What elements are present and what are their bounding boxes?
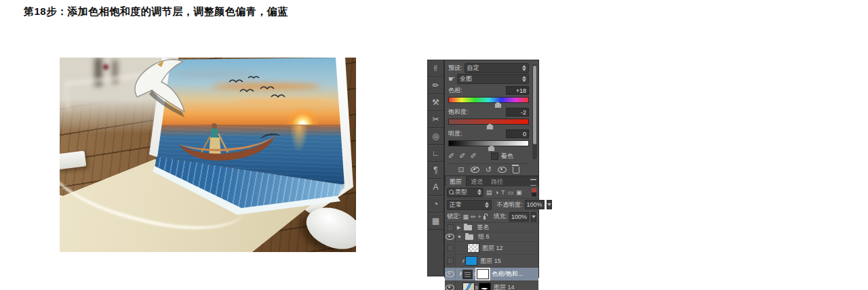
bird-flock (221, 75, 296, 110)
eyedropper-icon[interactable]: ✐ (448, 152, 454, 161)
lock-all-icon[interactable] (484, 216, 486, 220)
filter-smart-icon[interactable]: ▣ (516, 189, 522, 196)
panel-tabs: 图层 通道 路径 (445, 175, 538, 186)
dodge-tool-icon[interactable]: ◎ (428, 128, 443, 145)
layer-row-group6[interactable]: ▼ 组 6 (445, 232, 538, 242)
collapse-triangle-icon[interactable]: ▶ (457, 225, 460, 230)
layer-row-12[interactable]: 图层 12 (445, 242, 538, 255)
lightness-slider[interactable] (448, 140, 529, 146)
layer-row-signature[interactable]: ▶ 签名 (445, 223, 538, 232)
visibility-cell[interactable] (445, 255, 456, 267)
group-folder-icon (464, 225, 472, 230)
clip-to-layer-icon[interactable]: ⊡ (458, 165, 465, 174)
search-icon (449, 190, 454, 194)
hand-tool-icon[interactable]: ✌ (428, 60, 443, 77)
filter-adjustment-icon[interactable]: ◑ (495, 189, 498, 196)
saturation-slider-thumb[interactable] (486, 123, 494, 130)
mask-link-icon[interactable]: 8 (475, 285, 478, 290)
tab-paths[interactable]: 路径 (487, 176, 507, 186)
layer-mask-thumbnail[interactable] (477, 269, 489, 279)
delete-adjustment-icon[interactable] (513, 167, 519, 173)
targeted-adjustment-icon[interactable]: ☛ (448, 75, 455, 83)
lock-pixels-icon[interactable]: ✏ (471, 213, 476, 220)
grid-tool-icon[interactable]: ▦ (428, 213, 443, 230)
visibility-cell[interactable] (445, 281, 456, 290)
filter-type-select[interactable]: 类型 (447, 188, 484, 197)
hue-label: 色相: (448, 86, 462, 95)
filter-shape-icon[interactable]: ▭ (507, 189, 513, 196)
lock-position-icon[interactable]: + (478, 213, 481, 220)
filter-type-label: 类型 (455, 188, 467, 196)
visibility-cell[interactable] (445, 242, 456, 254)
group-folder-open-icon (465, 234, 473, 240)
layer-mask-thumbnail[interactable] (479, 283, 491, 290)
eye-icon[interactable] (446, 234, 454, 240)
expand-triangle-icon[interactable]: ▼ (457, 234, 462, 239)
artwork-image (60, 58, 356, 252)
visibility-cell[interactable] (445, 223, 456, 232)
layer-row-hue-saturation-selected[interactable]: f 8 色相/饱和... (445, 268, 538, 281)
blue-fill-thumbnail[interactable] (465, 256, 477, 266)
blur-shape (103, 64, 108, 70)
saturation-slider[interactable] (448, 119, 529, 125)
tab-channels[interactable]: 通道 (467, 176, 487, 186)
layer-row-14[interactable]: 8 图层 14 (445, 281, 538, 290)
updown-icon (522, 65, 526, 71)
fill-dropdown-icon[interactable] (531, 212, 536, 222)
hue-saturation-properties: 预设: 自定 ☛ 全图 色相: +18 (445, 60, 538, 175)
blend-mode-select[interactable]: 正常 (447, 200, 492, 210)
hue-slider[interactable] (448, 97, 529, 103)
hue-value-input[interactable]: +18 (506, 86, 529, 95)
layer-name: 组 6 (478, 232, 490, 241)
lock-transparent-icon[interactable]: ▦ (463, 213, 469, 220)
tools-strip: ✌ ✏ ⚒ ✂ ◎ ∟ ¶ A ◔ ▦ (427, 60, 444, 276)
image-thumbnail[interactable] (462, 283, 475, 290)
eyedropper-minus-icon[interactable]: ✐ (470, 152, 476, 161)
properties-scrollbar[interactable] (532, 64, 537, 159)
visibility-cell[interactable] (445, 268, 456, 281)
fill-value-input[interactable]: 100% (509, 212, 529, 222)
eye-icon[interactable] (446, 271, 454, 277)
pen-tool-icon[interactable]: ∟ (428, 145, 443, 162)
visibility-checkbox-empty[interactable] (447, 224, 454, 231)
sun-reflection (290, 125, 308, 151)
sponge-tool-icon[interactable]: ◔ (428, 196, 443, 213)
channel-select[interactable]: 全图 (457, 74, 529, 84)
layer-row-15[interactable]: f 图层 15 (445, 255, 538, 268)
panel-main: 预设: 自定 ☛ 全图 色相: +18 (444, 60, 539, 278)
lock-label: 锁定: (447, 212, 461, 221)
lightness-slider-thumb[interactable] (488, 145, 495, 152)
hue-slider-thumb[interactable] (494, 102, 502, 108)
paragraph-tool-icon[interactable]: ¶ (428, 162, 443, 179)
lightness-value-input[interactable]: 0 (506, 129, 529, 138)
visibility-checkbox-empty[interactable] (447, 257, 454, 264)
mask-link-icon[interactable]: 8 (473, 272, 476, 276)
panel-menu-icon[interactable] (530, 179, 536, 186)
eyedropper-plus-icon[interactable]: ✐ (459, 152, 465, 161)
filter-type-icon[interactable]: T (501, 189, 505, 196)
colorize-checkbox[interactable] (491, 152, 498, 160)
lightness-label: 明度: (448, 129, 462, 138)
brush-tool-icon[interactable]: ✏ (428, 77, 443, 94)
eye-icon[interactable] (446, 285, 454, 290)
transparent-thumbnail[interactable] (467, 243, 479, 253)
saturation-value-input[interactable]: -2 (506, 108, 529, 117)
filter-switch-icon[interactable] (532, 188, 536, 196)
preset-label: 预设: (448, 64, 462, 72)
view-previous-state-icon[interactable] (471, 167, 479, 173)
tab-layers[interactable]: 图层 (445, 175, 467, 186)
adjustment-thumbnail[interactable] (462, 270, 473, 279)
opacity-dropdown-icon[interactable] (547, 200, 552, 209)
filter-pixel-icon[interactable]: ▤ (486, 189, 492, 196)
stamp-tool-icon[interactable]: ⚒ (428, 94, 443, 111)
reset-icon[interactable]: ↺ (486, 165, 492, 174)
cut-tool-icon[interactable]: ✂ (428, 111, 443, 128)
visibility-checkbox-empty[interactable] (447, 245, 454, 251)
visibility-cell[interactable] (445, 232, 456, 241)
preset-select[interactable]: 自定 (465, 63, 529, 73)
opacity-value-input[interactable]: 100% (525, 200, 545, 209)
layer-name: 签名 (477, 223, 489, 232)
type-tool-icon[interactable]: A (428, 179, 443, 196)
layer-visibility-icon[interactable] (498, 167, 507, 173)
blend-mode-row: 正常 不透明度: 100% (445, 199, 538, 211)
